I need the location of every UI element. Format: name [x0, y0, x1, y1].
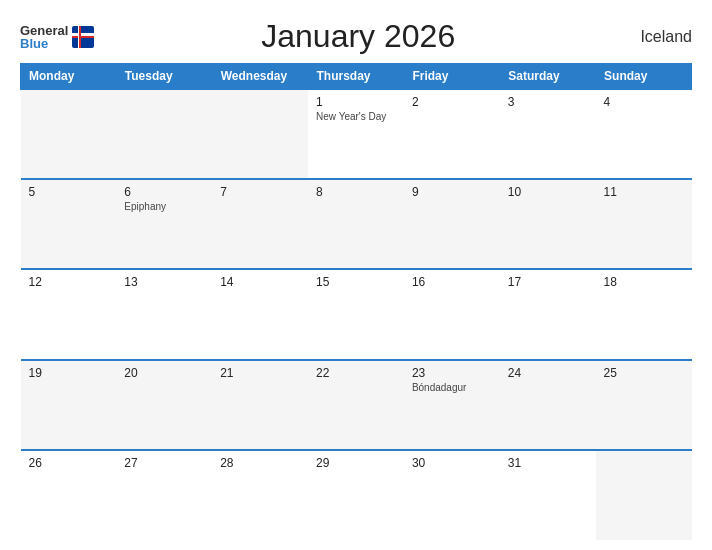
calendar-cell: 19: [21, 360, 117, 450]
calendar-cell: 14: [212, 269, 308, 359]
calendar-week-row: 12131415161718: [21, 269, 692, 359]
calendar-cell: 11: [596, 179, 692, 269]
svg-rect-2: [72, 36, 94, 38]
day-number: 8: [316, 185, 396, 199]
col-saturday: Saturday: [500, 64, 596, 90]
calendar-cell: 5: [21, 179, 117, 269]
day-number: 24: [508, 366, 588, 380]
calendar-cell: 30: [404, 450, 500, 540]
logo-general: General: [20, 24, 68, 37]
day-number: 16: [412, 275, 492, 289]
svg-rect-4: [79, 26, 81, 48]
calendar-cell: 22: [308, 360, 404, 450]
day-number: 15: [316, 275, 396, 289]
calendar-cell: 29: [308, 450, 404, 540]
calendar-cell: 25: [596, 360, 692, 450]
day-number: 1: [316, 95, 396, 109]
day-number: 29: [316, 456, 396, 470]
calendar-cell: 28: [212, 450, 308, 540]
calendar-cell: 7: [212, 179, 308, 269]
day-number: 30: [412, 456, 492, 470]
calendar-cell: 15: [308, 269, 404, 359]
svg-rect-1: [72, 33, 94, 36]
calendar-cell: 2: [404, 89, 500, 179]
calendar-cell: 18: [596, 269, 692, 359]
day-number: 4: [604, 95, 684, 109]
day-number: 5: [29, 185, 109, 199]
calendar-cell: [21, 89, 117, 179]
day-number: 7: [220, 185, 300, 199]
day-number: 13: [124, 275, 204, 289]
day-number: 25: [604, 366, 684, 380]
day-number: 23: [412, 366, 492, 380]
col-monday: Monday: [21, 64, 117, 90]
calendar-cell: [212, 89, 308, 179]
calendar-week-row: 1New Year's Day234: [21, 89, 692, 179]
calendar-cell: 13: [116, 269, 212, 359]
day-number: 12: [29, 275, 109, 289]
country-name: Iceland: [622, 28, 692, 46]
calendar-week-row: 56Epiphany7891011: [21, 179, 692, 269]
day-number: 31: [508, 456, 588, 470]
calendar-week-row: 1920212223Bóndadagur2425: [21, 360, 692, 450]
day-number: 11: [604, 185, 684, 199]
calendar-table: Monday Tuesday Wednesday Thursday Friday…: [20, 63, 692, 540]
day-number: 19: [29, 366, 109, 380]
calendar-cell: [116, 89, 212, 179]
day-number: 2: [412, 95, 492, 109]
calendar-cell: 17: [500, 269, 596, 359]
calendar-header: General Blue January 2026 Iceland: [20, 18, 692, 55]
day-number: 22: [316, 366, 396, 380]
calendar-cell: 6Epiphany: [116, 179, 212, 269]
day-number: 3: [508, 95, 588, 109]
calendar-cell: 26: [21, 450, 117, 540]
col-wednesday: Wednesday: [212, 64, 308, 90]
day-number: 6: [124, 185, 204, 199]
col-tuesday: Tuesday: [116, 64, 212, 90]
calendar-cell: 12: [21, 269, 117, 359]
day-number: 18: [604, 275, 684, 289]
holiday-name: Bóndadagur: [412, 382, 492, 393]
logo-flag-icon: [72, 26, 94, 48]
logo-blue: Blue: [20, 37, 68, 50]
calendar-cell: 8: [308, 179, 404, 269]
calendar-cell: 27: [116, 450, 212, 540]
calendar-page: General Blue January 2026 Iceland Monday…: [0, 0, 712, 550]
calendar-header-row: Monday Tuesday Wednesday Thursday Friday…: [21, 64, 692, 90]
day-number: 9: [412, 185, 492, 199]
calendar-cell: 31: [500, 450, 596, 540]
col-friday: Friday: [404, 64, 500, 90]
calendar-cell: 10: [500, 179, 596, 269]
holiday-name: New Year's Day: [316, 111, 396, 122]
calendar-cell: 23Bóndadagur: [404, 360, 500, 450]
calendar-body: 1New Year's Day23456Epiphany789101112131…: [21, 89, 692, 540]
logo: General Blue: [20, 24, 94, 50]
calendar-cell: 1New Year's Day: [308, 89, 404, 179]
col-thursday: Thursday: [308, 64, 404, 90]
calendar-week-row: 262728293031: [21, 450, 692, 540]
calendar-cell: 3: [500, 89, 596, 179]
calendar-cell: 21: [212, 360, 308, 450]
day-number: 10: [508, 185, 588, 199]
calendar-title: January 2026: [94, 18, 622, 55]
calendar-cell: 24: [500, 360, 596, 450]
col-sunday: Sunday: [596, 64, 692, 90]
day-number: 17: [508, 275, 588, 289]
day-number: 26: [29, 456, 109, 470]
calendar-cell: 16: [404, 269, 500, 359]
day-number: 21: [220, 366, 300, 380]
day-number: 20: [124, 366, 204, 380]
holiday-name: Epiphany: [124, 201, 204, 212]
day-number: 14: [220, 275, 300, 289]
calendar-cell: [596, 450, 692, 540]
calendar-cell: 9: [404, 179, 500, 269]
day-number: 27: [124, 456, 204, 470]
day-number: 28: [220, 456, 300, 470]
calendar-cell: 20: [116, 360, 212, 450]
calendar-cell: 4: [596, 89, 692, 179]
